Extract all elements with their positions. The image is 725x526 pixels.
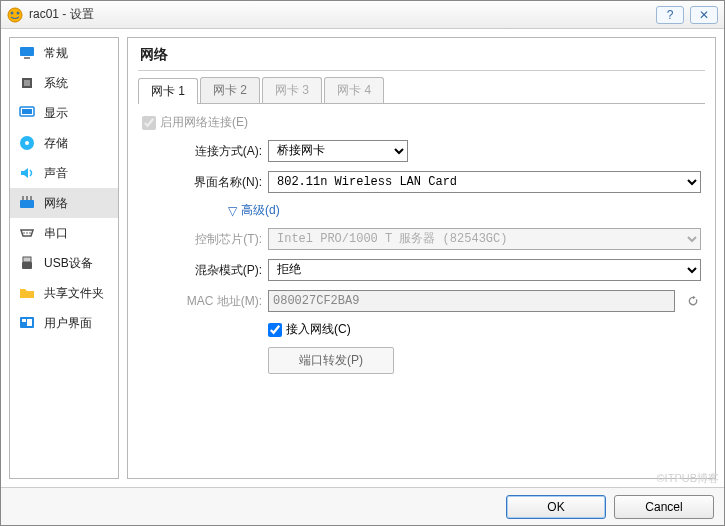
tab-adapter-2[interactable]: 网卡 2 bbox=[200, 77, 260, 103]
sidebar-item-label: USB设备 bbox=[44, 255, 93, 272]
footer: OK Cancel bbox=[1, 487, 724, 525]
svg-rect-12 bbox=[22, 196, 24, 200]
svg-rect-11 bbox=[20, 200, 34, 208]
svg-point-17 bbox=[29, 232, 31, 234]
cable-input[interactable] bbox=[268, 323, 282, 337]
promiscuous-select[interactable]: 拒绝 bbox=[268, 259, 701, 281]
promiscuous-label: 混杂模式(P): bbox=[182, 262, 262, 279]
interface-select[interactable]: 802.11n Wireless LAN Card bbox=[268, 171, 701, 193]
refresh-mac-icon[interactable] bbox=[685, 293, 701, 309]
serial-icon bbox=[18, 224, 36, 242]
folder-icon bbox=[18, 284, 36, 302]
cable-label: 接入网线(C) bbox=[286, 321, 351, 338]
sidebar-item-label: 系统 bbox=[44, 75, 68, 92]
svg-rect-18 bbox=[23, 257, 31, 262]
help-button[interactable]: ? bbox=[656, 6, 684, 24]
sidebar-item-label: 显示 bbox=[44, 105, 68, 122]
mac-input bbox=[268, 290, 675, 312]
svg-rect-21 bbox=[22, 319, 26, 322]
cable-checkbox[interactable]: 接入网线(C) bbox=[268, 321, 351, 338]
sidebar-item-storage[interactable]: 存储 bbox=[10, 128, 118, 158]
form: 启用网络连接(E) 连接方式(A): 桥接网卡 界面名称(N): 802.11n… bbox=[138, 104, 705, 387]
sidebar-item-label: 网络 bbox=[44, 195, 68, 212]
advanced-label: 高级(d) bbox=[241, 202, 280, 219]
chipset-label: 控制芯片(T): bbox=[182, 231, 262, 248]
app-icon bbox=[7, 7, 23, 23]
sidebar-item-ui[interactable]: 用户界面 bbox=[10, 308, 118, 338]
page-title: 网络 bbox=[138, 44, 705, 71]
ok-button[interactable]: OK bbox=[506, 495, 606, 519]
sidebar-item-audio[interactable]: 声音 bbox=[10, 158, 118, 188]
sidebar-item-usb[interactable]: USB设备 bbox=[10, 248, 118, 278]
enable-network-label: 启用网络连接(E) bbox=[160, 114, 248, 131]
window-title: rac01 - 设置 bbox=[29, 6, 650, 23]
svg-rect-3 bbox=[20, 47, 34, 56]
sidebar-item-label: 常规 bbox=[44, 45, 68, 62]
tab-adapter-1[interactable]: 网卡 1 bbox=[138, 78, 198, 104]
monitor-icon bbox=[18, 44, 36, 62]
cancel-button[interactable]: Cancel bbox=[614, 495, 714, 519]
svg-point-15 bbox=[23, 232, 25, 234]
svg-rect-19 bbox=[22, 262, 32, 269]
sidebar-item-network[interactable]: 网络 bbox=[10, 188, 118, 218]
sidebar-item-label: 声音 bbox=[44, 165, 68, 182]
tab-adapter-3: 网卡 3 bbox=[262, 77, 322, 103]
triangle-down-icon: ▽ bbox=[228, 204, 237, 218]
mac-label: MAC 地址(M): bbox=[182, 293, 262, 310]
attached-label: 连接方式(A): bbox=[182, 143, 262, 160]
sidebar-item-system[interactable]: 系统 bbox=[10, 68, 118, 98]
svg-rect-4 bbox=[24, 57, 30, 59]
svg-point-0 bbox=[8, 8, 22, 22]
sidebar-item-general[interactable]: 常规 bbox=[10, 38, 118, 68]
close-button[interactable]: ✕ bbox=[690, 6, 718, 24]
network-icon bbox=[18, 194, 36, 212]
sidebar-item-display[interactable]: 显示 bbox=[10, 98, 118, 128]
sidebar-item-shared[interactable]: 共享文件夹 bbox=[10, 278, 118, 308]
titlebar: rac01 - 设置 ? ✕ bbox=[1, 1, 724, 29]
chipset-select: Intel PRO/1000 T 服务器 (82543GC) bbox=[268, 228, 701, 250]
ui-icon bbox=[18, 314, 36, 332]
svg-point-1 bbox=[11, 11, 14, 14]
interface-label: 界面名称(N): bbox=[182, 174, 262, 191]
sidebar: 常规 系统 显示 存储 声音 网络 串口 USB设备 共享文件夹 用户界面 bbox=[9, 37, 119, 479]
sidebar-item-label: 串口 bbox=[44, 225, 68, 242]
svg-point-2 bbox=[17, 11, 20, 14]
sidebar-item-label: 共享文件夹 bbox=[44, 285, 104, 302]
enable-network-input bbox=[142, 116, 156, 130]
speaker-icon bbox=[18, 164, 36, 182]
advanced-toggle[interactable]: ▽ 高级(d) bbox=[228, 202, 280, 219]
svg-rect-22 bbox=[27, 319, 32, 326]
svg-rect-13 bbox=[26, 196, 28, 200]
display-icon bbox=[18, 104, 36, 122]
svg-point-16 bbox=[26, 232, 28, 234]
svg-rect-14 bbox=[30, 196, 32, 200]
sidebar-item-label: 用户界面 bbox=[44, 315, 92, 332]
svg-point-10 bbox=[25, 141, 29, 145]
tab-adapter-4: 网卡 4 bbox=[324, 77, 384, 103]
port-forward-button[interactable]: 端口转发(P) bbox=[268, 347, 394, 374]
sidebar-item-serial[interactable]: 串口 bbox=[10, 218, 118, 248]
svg-rect-8 bbox=[22, 109, 32, 114]
disk-icon bbox=[18, 134, 36, 152]
usb-icon bbox=[18, 254, 36, 272]
tabs: 网卡 1 网卡 2 网卡 3 网卡 4 bbox=[138, 77, 705, 104]
attached-select[interactable]: 桥接网卡 bbox=[268, 140, 408, 162]
enable-network-checkbox: 启用网络连接(E) bbox=[142, 114, 248, 131]
chip-icon bbox=[18, 74, 36, 92]
sidebar-item-label: 存储 bbox=[44, 135, 68, 152]
svg-rect-6 bbox=[24, 80, 30, 86]
main-panel: 网络 网卡 1 网卡 2 网卡 3 网卡 4 启用网络连接(E) 连接方式(A)… bbox=[127, 37, 716, 479]
